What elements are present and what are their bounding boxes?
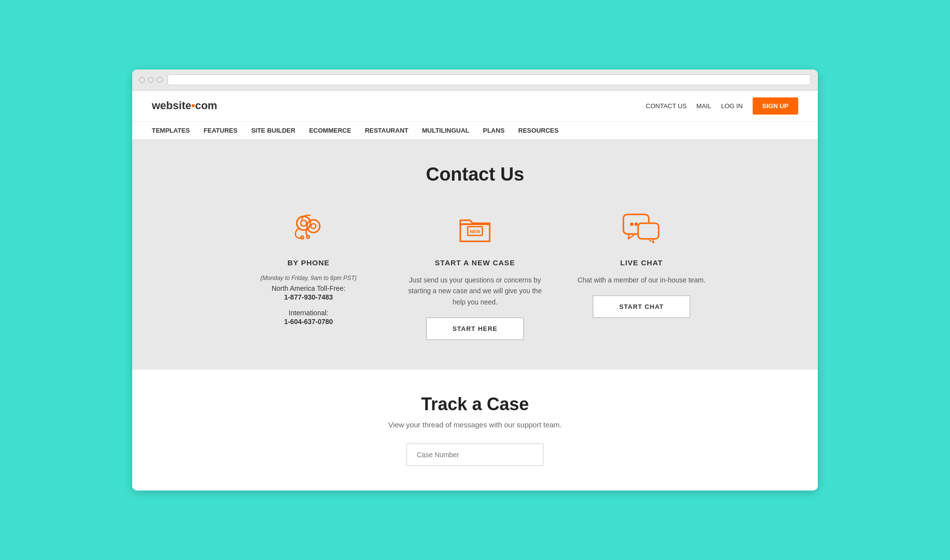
live-chat-title: LIVE CHAT (620, 258, 663, 267)
signup-button[interactable]: SIGN UP (753, 97, 798, 115)
contact-cards: BY PHONE (Monday to Friday, 9am to 6pm P… (152, 210, 798, 340)
na-label: North America Toll-Free: (272, 284, 346, 292)
browser-window: website•com CONTACT US MAIL LOG IN SIGN … (132, 70, 818, 490)
new-case-icon: NEW (455, 210, 495, 249)
track-title: Track a Case (152, 394, 798, 415)
nav-resources[interactable]: RESOURCES (518, 127, 558, 134)
new-case-card: NEW START A NEW CASE Just send us your q… (406, 210, 544, 340)
dot-1 (139, 77, 145, 83)
phone-card-title: BY PHONE (287, 258, 330, 267)
contact-title: Contact Us (152, 164, 798, 185)
svg-text:NEW: NEW (470, 229, 481, 234)
header-right: CONTACT US MAIL LOG IN SIGN UP (646, 97, 798, 115)
nav-ecommerce[interactable]: ECOMMERCE (309, 127, 351, 134)
nav-features[interactable]: FEATURES (204, 127, 238, 134)
new-case-title: START A NEW CASE (435, 258, 515, 267)
dot-2 (148, 77, 154, 83)
new-case-desc: Just send us your questions or concerns … (406, 275, 544, 307)
dot-3 (157, 77, 163, 83)
phone-icon (289, 210, 328, 249)
track-section: Track a Case View your thread of message… (132, 370, 818, 490)
intl-label: International: (289, 309, 329, 317)
contact-section: Contact Us (132, 140, 818, 370)
svg-point-5 (307, 235, 309, 238)
mail-link[interactable]: MAIL (696, 102, 711, 110)
svg-point-1 (301, 220, 307, 226)
live-chat-icon (622, 210, 661, 249)
live-chat-desc: Chat with a member of our in-house team. (577, 275, 705, 285)
svg-point-9 (630, 222, 634, 226)
nav-plans[interactable]: PLANS (483, 127, 504, 134)
intl-phone: 1-604-637-0780 (284, 318, 333, 326)
nav-site-builder[interactable]: SITE BUILDER (251, 127, 295, 134)
live-chat-card: LIVE CHAT Chat with a member of our in-h… (573, 210, 710, 318)
nav-multilingual[interactable]: MULTILINGUAL (422, 127, 470, 134)
site-header: website•com CONTACT US MAIL LOG IN SIGN … (132, 91, 818, 122)
track-subtitle: View your thread of messages with our su… (152, 420, 798, 429)
start-chat-button[interactable]: START CHAT (593, 295, 690, 318)
login-link[interactable]: LOG IN (721, 102, 742, 110)
browser-chrome (132, 70, 818, 91)
nav-bar: TEMPLATES FEATURES SITE BUILDER ECOMMERC… (132, 122, 818, 140)
start-here-button[interactable]: START HERE (426, 317, 524, 340)
phone-hours: (Monday to Friday, 9am to 6pm PST) (261, 275, 357, 281)
svg-point-10 (635, 222, 638, 226)
svg-point-3 (307, 220, 320, 233)
phone-card: BY PHONE (Monday to Friday, 9am to 6pm P… (240, 210, 377, 333)
na-phone: 1-877-930-7483 (284, 293, 333, 301)
svg-rect-12 (638, 223, 659, 239)
address-bar[interactable] (167, 74, 811, 85)
case-number-input[interactable] (406, 443, 544, 466)
svg-point-4 (311, 224, 316, 229)
nav-restaurant[interactable]: RESTAURANT (365, 127, 408, 134)
nav-templates[interactable]: TEMPLATES (152, 127, 190, 134)
svg-point-2 (301, 236, 304, 239)
browser-dots (139, 77, 163, 83)
logo: website•com (152, 99, 217, 112)
contact-us-link[interactable]: CONTACT US (646, 102, 687, 110)
logo-dot: • (191, 99, 195, 112)
